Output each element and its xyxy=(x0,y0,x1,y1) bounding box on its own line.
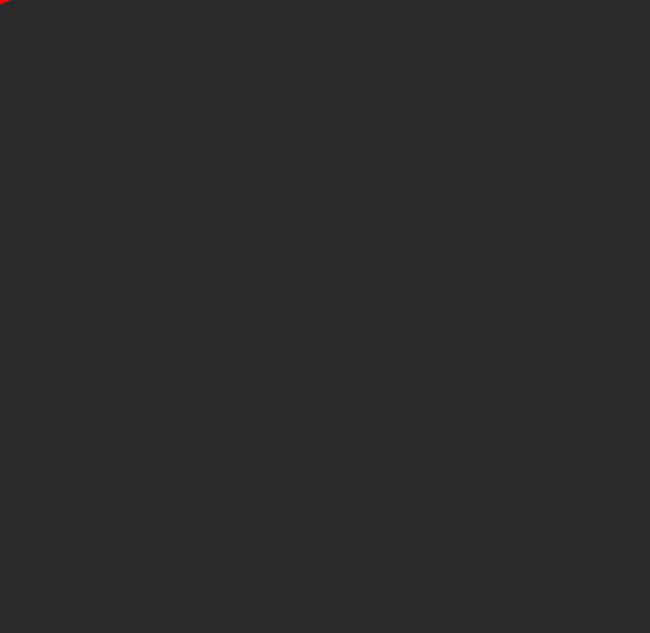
code-editor[interactable] xyxy=(0,0,650,633)
annotation-arrow xyxy=(0,0,650,633)
